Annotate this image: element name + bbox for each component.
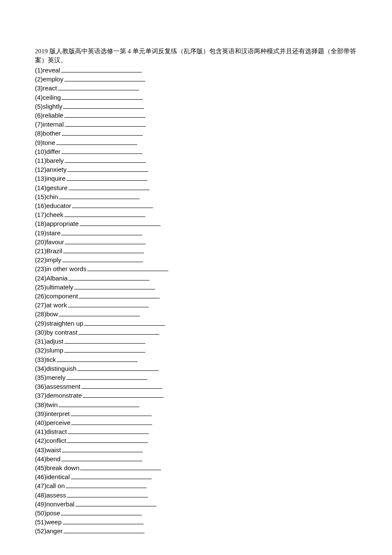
- answer-blank: [65, 120, 146, 127]
- answer-blank: [79, 292, 160, 298]
- vocabulary-item: (23)in other words: [35, 264, 357, 273]
- answer-blank: [59, 310, 140, 316]
- vocabulary-word: (20)favour: [35, 237, 64, 246]
- vocabulary-word: (38)twin: [35, 400, 58, 409]
- vocabulary-item: (6)reliable: [35, 111, 357, 120]
- answer-blank: [83, 391, 164, 398]
- vocabulary-word: (43)waist: [35, 445, 61, 454]
- vocabulary-item: (16)educator: [35, 201, 357, 210]
- vocabulary-item: (28)bow: [35, 309, 357, 318]
- vocabulary-item: (46)identical: [35, 472, 357, 481]
- vocabulary-word: (47)call on: [35, 481, 65, 490]
- vocabulary-item: (18)appropriate: [35, 219, 357, 228]
- answer-blank: [58, 401, 139, 407]
- vocabulary-word: (40)perceive: [35, 418, 70, 427]
- answer-blank: [80, 220, 161, 226]
- answer-blank: [78, 328, 159, 335]
- vocabulary-word: (18)appropriate: [35, 219, 79, 228]
- vocabulary-word: (26)component: [35, 292, 78, 301]
- vocabulary-item: (47)call on: [35, 481, 357, 490]
- vocabulary-word: (39)interpret: [35, 409, 70, 418]
- answer-blank: [58, 84, 139, 90]
- vocabulary-word: (27)at work: [35, 301, 67, 309]
- vocabulary-item: (42)conflict: [35, 436, 357, 445]
- answer-blank: [63, 102, 144, 109]
- answer-blank: [80, 464, 161, 470]
- answer-blank: [56, 139, 137, 145]
- vocabulary-word: (3)react: [35, 84, 57, 92]
- vocabulary-item: (50)pose: [35, 509, 357, 517]
- vocabulary-item: (40)perceive: [35, 418, 357, 427]
- document-title: 2019 版人教版高中英语选修一第 4 单元单词反复练（乱序版）包含英语和汉语两…: [35, 47, 357, 65]
- vocabulary-item: (45)break down: [35, 463, 357, 472]
- vocabulary-item: (7)internal: [35, 120, 357, 129]
- vocabulary-item: (9)tone: [35, 138, 357, 147]
- vocabulary-word: (32)slump: [35, 346, 63, 355]
- answer-blank: [63, 518, 144, 524]
- vocabulary-word: (46)identical: [35, 472, 70, 481]
- answer-blank: [87, 265, 168, 271]
- vocabulary-word: (17)cheek: [35, 210, 63, 219]
- answer-blank: [71, 410, 152, 416]
- vocabulary-item: (2)employ: [35, 75, 357, 84]
- vocabulary-word: (7)internal: [35, 120, 64, 129]
- vocabulary-item: (20)favour: [35, 237, 357, 246]
- answer-blank: [84, 319, 165, 326]
- vocabulary-item: (44)bend: [35, 454, 357, 463]
- answer-blank: [65, 238, 146, 244]
- answer-blank: [68, 301, 149, 307]
- vocabulary-word: (5)slightly: [35, 102, 62, 111]
- vocabulary-item: (41)distract: [35, 427, 357, 436]
- answer-blank: [64, 346, 145, 353]
- vocabulary-word: (25)ultimately: [35, 283, 73, 292]
- vocabulary-word: (52)anger: [35, 526, 63, 535]
- answer-blank: [63, 247, 144, 253]
- answer-blank: [59, 193, 140, 199]
- answer-blank: [62, 129, 143, 136]
- vocabulary-item: (36)assessment: [35, 382, 357, 391]
- vocabulary-word: (23)in other words: [35, 264, 86, 273]
- vocabulary-item: (19)stare: [35, 228, 357, 237]
- vocabulary-word: (22)imply: [35, 255, 61, 264]
- vocabulary-item: (32)slump: [35, 346, 357, 355]
- vocabulary-word: (4)ceiling: [35, 93, 61, 102]
- vocabulary-word: (12)anxiety: [35, 165, 66, 174]
- vocabulary-item: (38)twin: [35, 400, 357, 409]
- vocabulary-word: (36)assessment: [35, 382, 81, 391]
- answer-blank: [68, 428, 149, 434]
- vocabulary-word: (29)straighten up: [35, 319, 83, 328]
- answer-blank: [61, 229, 142, 235]
- vocabulary-word: (51)weep: [35, 517, 62, 526]
- vocabulary-word: (30)by contrast: [35, 328, 78, 337]
- answer-blank: [67, 165, 148, 172]
- vocabulary-item: (1)reveal: [35, 66, 357, 75]
- vocabulary-word: (42)conflict: [35, 436, 66, 445]
- answer-blank: [64, 211, 145, 217]
- answer-blank: [81, 382, 162, 389]
- answer-blank: [63, 527, 144, 533]
- vocabulary-word: (19)stare: [35, 228, 61, 237]
- vocabulary-word: (33)tick: [35, 355, 56, 364]
- vocabulary-word: (31)adjust: [35, 337, 63, 346]
- answer-blank: [61, 147, 142, 154]
- vocabulary-word: (24)Albania: [35, 274, 68, 283]
- vocabulary-word: (48)assess: [35, 491, 66, 500]
- vocabulary-word: (1)reveal: [35, 66, 60, 75]
- answer-blank: [61, 509, 142, 515]
- vocabulary-word: (9)tone: [35, 138, 55, 147]
- answer-blank: [74, 283, 155, 289]
- answer-blank: [61, 455, 142, 461]
- answer-blank: [69, 184, 150, 190]
- vocabulary-word: (2)employ: [35, 75, 63, 84]
- vocabulary-item: (27)at work: [35, 301, 357, 309]
- vocabulary-item: (4)ceiling: [35, 93, 357, 102]
- vocabulary-item: (30)by contrast: [35, 328, 357, 337]
- vocabulary-word: (35)merely: [35, 373, 66, 382]
- vocabulary-item: (8)bother: [35, 129, 357, 138]
- answer-blank: [64, 337, 145, 344]
- vocabulary-item: (25)ultimately: [35, 283, 357, 292]
- vocabulary-item: (37)demonstrate: [35, 391, 357, 400]
- answer-blank: [75, 500, 156, 506]
- answer-blank: [62, 93, 143, 100]
- vocabulary-word: (44)bend: [35, 454, 61, 463]
